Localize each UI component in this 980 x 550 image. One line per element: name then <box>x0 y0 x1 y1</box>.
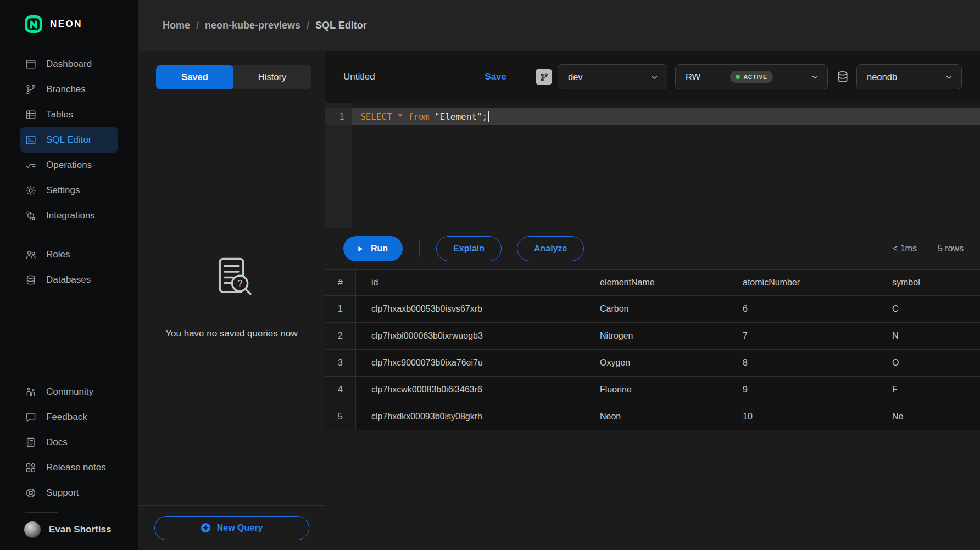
integrations-icon <box>25 210 37 222</box>
sidebar-item-docs[interactable]: Docs <box>20 430 118 455</box>
sql-terminator: ; <box>482 111 488 122</box>
table-footer-space <box>325 430 980 550</box>
sidebar-divider <box>25 512 58 513</box>
line-number: 1 <box>325 108 352 125</box>
row-index: 4 <box>325 377 356 403</box>
query-title[interactable]: Untitled <box>343 71 375 82</box>
column-header-id: id <box>356 270 600 295</box>
compute-select[interactable]: RW ACTIVE <box>675 64 828 89</box>
breadcrumb-separator: / <box>307 20 309 31</box>
run-button[interactable]: Run <box>343 236 403 261</box>
neon-logo-icon <box>24 15 43 33</box>
explain-button[interactable]: Explain <box>436 236 502 261</box>
cell-id: clp7hxbl000063b0ixrwuogb3 <box>356 323 600 349</box>
tab-saved[interactable]: Saved <box>156 65 233 89</box>
table-row: 1 clp7hxaxb00053b0isvs67xrb Carbon 6 C <box>325 296 980 323</box>
chevron-down-icon <box>944 72 954 82</box>
sidebar-item-settings[interactable]: Settings <box>20 178 118 203</box>
empty-state-message: You have no saved queries now <box>165 328 297 339</box>
branch-chip-icon[interactable] <box>536 69 552 85</box>
saved-panel-footer: New Query <box>138 505 325 550</box>
row-index: 5 <box>325 403 356 430</box>
sidebar: NEON Dashboard Branches Tables SQL Edito… <box>0 0 138 550</box>
breadcrumb-project[interactable]: neon-kube-previews <box>205 20 300 31</box>
svg-text:?: ? <box>237 278 242 289</box>
column-header-symbol: symbol <box>892 270 980 295</box>
query-toolbar: Run Explain Analyze < 1ms 5 rows <box>325 228 980 269</box>
saved-queries-empty-state: ? You have no saved queries now <box>138 94 325 496</box>
analyze-button[interactable]: Analyze <box>517 236 584 261</box>
dashboard-icon <box>25 58 37 70</box>
status-active-label: ACTIVE <box>743 74 767 80</box>
branch-select-value: dev <box>568 72 583 82</box>
sidebar-item-roles[interactable]: Roles <box>20 242 118 267</box>
sidebar-item-sql-editor[interactable]: SQL Editor <box>20 127 118 153</box>
git-branch-icon <box>25 83 37 96</box>
compute-select-value: RW <box>686 72 700 82</box>
status-active-dot <box>736 75 740 79</box>
brand-logo[interactable]: NEON <box>0 14 138 34</box>
community-icon <box>25 386 37 398</box>
chevron-down-icon <box>810 72 820 82</box>
sidebar-item-tables[interactable]: Tables <box>20 102 118 127</box>
cell-elementName: Neon <box>600 403 743 430</box>
cell-symbol: Ne <box>892 403 980 430</box>
sidebar-item-integrations[interactable]: Integrations <box>20 203 118 228</box>
table-icon <box>25 109 37 121</box>
life-buoy-icon <box>25 487 37 499</box>
release-notes-icon <box>25 462 37 474</box>
cell-symbol: O <box>892 350 980 376</box>
new-query-label: New Query <box>217 523 263 533</box>
user-menu[interactable]: Evan Shortiss <box>24 521 138 538</box>
row-index: 3 <box>325 350 356 376</box>
sql-keyword: from <box>408 111 430 122</box>
sidebar-item-community[interactable]: Community <box>20 379 118 405</box>
cell-id: clp7hxc9000073b0ixa76ei7u <box>356 350 600 376</box>
breadcrumb-home[interactable]: Home <box>163 20 190 31</box>
cell-atomicNumber: 9 <box>743 377 892 403</box>
sidebar-item-dashboard[interactable]: Dashboard <box>20 52 118 77</box>
sidebar-item-databases[interactable]: Databases <box>20 267 118 293</box>
sidebar-item-label: Support <box>46 487 79 498</box>
column-header-elementName: elementName <box>600 270 743 295</box>
cell-atomicNumber: 6 <box>743 296 892 322</box>
sidebar-item-support[interactable]: Support <box>20 480 118 506</box>
sql-operator: * <box>397 111 403 122</box>
database-select[interactable]: neondb <box>856 64 962 89</box>
sidebar-item-label: Operations <box>46 160 92 171</box>
compute-status-badge: ACTIVE <box>730 71 772 83</box>
sidebar-admin-nav: Roles Databases <box>0 242 138 293</box>
play-icon <box>356 245 364 253</box>
tab-history[interactable]: History <box>233 65 311 89</box>
sql-editor-area: Untitled Save dev RW <box>325 51 980 550</box>
save-query-link[interactable]: Save <box>485 71 506 82</box>
cell-symbol: F <box>892 377 980 403</box>
sidebar-item-operations[interactable]: Operations <box>20 153 118 178</box>
run-label: Run <box>371 244 388 254</box>
query-title-area: Untitled Save <box>325 51 520 103</box>
table-header-row: # id elementName atomicNumber symbol <box>325 269 980 296</box>
sidebar-item-label: Databases <box>46 274 91 285</box>
row-index: 1 <box>325 296 356 322</box>
breadcrumb-current-page: SQL Editor <box>315 20 367 31</box>
code-line-1[interactable]: 1 SELECT * from "Element"; <box>325 108 980 125</box>
cell-elementName: Oxygen <box>600 350 743 376</box>
text-cursor <box>488 111 489 122</box>
branch-select[interactable]: dev <box>558 64 667 89</box>
code-content: SELECT * from "Element"; <box>352 108 980 125</box>
new-query-button[interactable]: New Query <box>154 516 309 540</box>
cell-atomicNumber: 8 <box>743 350 892 376</box>
cell-symbol: N <box>892 323 980 349</box>
sql-code-editor[interactable]: 1 SELECT * from "Element"; <box>325 103 980 228</box>
sql-identifier: "Element" <box>435 111 482 122</box>
sidebar-item-branches[interactable]: Branches <box>20 77 118 102</box>
sidebar-item-feedback[interactable]: Feedback <box>20 405 118 430</box>
saved-history-tabs: Saved History <box>156 65 311 89</box>
database-icon <box>25 274 37 286</box>
cell-id: clp7hxaxb00053b0isvs67xrb <box>356 296 600 322</box>
sidebar-item-release-notes[interactable]: Release notes <box>20 455 118 480</box>
sidebar-item-label: Branches <box>46 84 86 95</box>
cell-id: clp7hxdkx00093b0isy08gkrh <box>356 403 600 430</box>
plus-circle-icon <box>201 523 211 533</box>
sidebar-footer-nav: Community Feedback Docs Release notes Su… <box>0 379 138 506</box>
